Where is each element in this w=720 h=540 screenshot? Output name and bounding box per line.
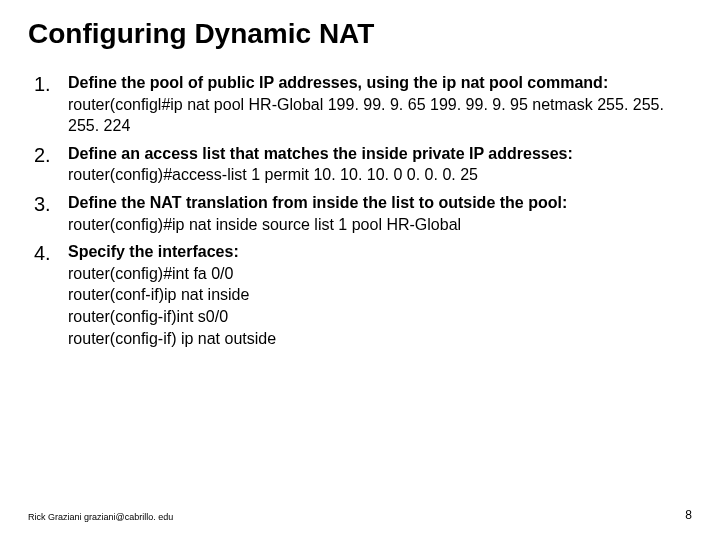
list-item: 3. Define the NAT translation from insid… — [34, 192, 692, 235]
item-command: router(config)#access-list 1 permit 10. … — [68, 164, 692, 186]
item-lead: Define an access list that matches the i… — [68, 143, 692, 165]
item-number: 1. — [34, 72, 68, 137]
item-command: router(config)#int fa 0/0 — [68, 263, 692, 285]
slide: Configuring Dynamic NAT 1. Define the po… — [0, 0, 720, 540]
item-body: Define the pool of public IP addresses, … — [68, 72, 692, 137]
item-command: router(config-if) ip nat outside — [68, 328, 692, 350]
list-item: 1. Define the pool of public IP addresse… — [34, 72, 692, 137]
item-number: 3. — [34, 192, 68, 235]
item-command: router(config-if)int s0/0 — [68, 306, 692, 328]
item-command: router(config)#ip nat inside source list… — [68, 214, 692, 236]
item-number: 4. — [34, 241, 68, 349]
footer-author: Rick Graziani graziani@cabrillo. edu — [28, 512, 173, 522]
item-body: Specify the interfaces: router(config)#i… — [68, 241, 692, 349]
item-lead: Define the pool of public IP addresses, … — [68, 72, 692, 94]
item-command: router(conf-if)ip nat inside — [68, 284, 692, 306]
page-number: 8 — [685, 508, 692, 522]
item-lead: Specify the interfaces: — [68, 241, 692, 263]
list-item: 4. Specify the interfaces: router(config… — [34, 241, 692, 349]
slide-title: Configuring Dynamic NAT — [28, 18, 692, 50]
item-lead: Define the NAT translation from inside t… — [68, 192, 692, 214]
item-body: Define the NAT translation from inside t… — [68, 192, 692, 235]
ordered-list: 1. Define the pool of public IP addresse… — [28, 72, 692, 349]
item-body: Define an access list that matches the i… — [68, 143, 692, 186]
list-item: 2. Define an access list that matches th… — [34, 143, 692, 186]
item-number: 2. — [34, 143, 68, 186]
item-command: router(configl#ip nat pool HR-Global 199… — [68, 94, 692, 137]
